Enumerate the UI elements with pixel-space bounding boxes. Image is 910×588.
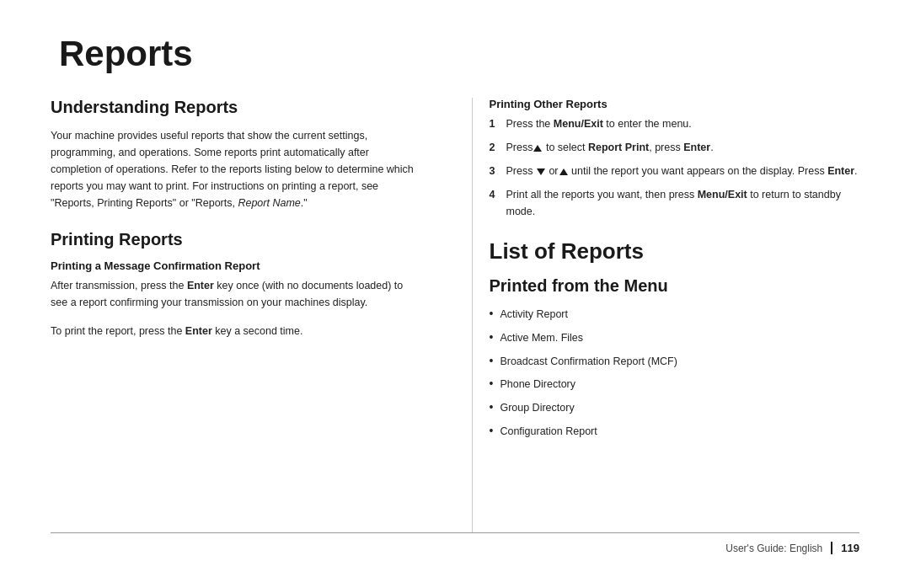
page-container: Reports Understanding Reports Your machi… — [0, 0, 910, 588]
step-4-num: 4 — [490, 186, 506, 220]
step-3: 3 Press or until the report you want app… — [490, 163, 860, 179]
step-3-content: Press or until the report you want appea… — [506, 163, 860, 179]
other-reports-subheading: Printing Other Reports — [490, 98, 860, 110]
confirmation-body-2: To print the report, press the Enter key… — [51, 323, 421, 339]
printing-section: Printing Reports Printing a Message Conf… — [51, 230, 421, 339]
page-footer: User's Guide: English 119 — [51, 532, 859, 554]
left-column: Understanding Reports Your machine provi… — [51, 98, 438, 532]
understanding-heading: Understanding Reports — [51, 98, 421, 117]
printing-heading: Printing Reports — [51, 230, 421, 249]
understanding-section: Understanding Reports Your machine provi… — [51, 98, 421, 211]
bullet-broadcast-confirmation: Broadcast Confirmation Report (MCF) — [490, 351, 860, 372]
other-reports-section: Printing Other Reports 1 Press the Menu/… — [490, 98, 860, 220]
step-3-num: 3 — [490, 163, 506, 179]
reports-bullet-list: Activity Report Active Mem. Files Broadc… — [490, 304, 860, 441]
two-column-layout: Understanding Reports Your machine provi… — [51, 98, 859, 532]
bullet-group-directory: Group Directory — [490, 398, 860, 418]
page-title: Reports — [51, 34, 859, 74]
right-column: Printing Other Reports 1 Press the Menu/… — [472, 98, 860, 532]
up-arrow-icon-2 — [559, 168, 568, 175]
bullet-activity-report: Activity Report — [490, 304, 860, 324]
step-2: 2 Press to select Report Print, press En… — [490, 139, 860, 156]
bullet-active-mem: Active Mem. Files — [490, 328, 860, 348]
confirmation-body-1: After transmission, press the Enter key … — [51, 277, 421, 311]
bullet-configuration-report: Configuration Report — [490, 421, 860, 441]
list-of-reports-section: List of Reports Printed from the Menu Ac… — [490, 238, 860, 441]
steps-list: 1 Press the Menu/Exit to enter the menu.… — [490, 115, 860, 220]
step-1-content: Press the Menu/Exit to enter the menu. — [506, 115, 860, 132]
step-2-content: Press to select Report Print, press Ente… — [506, 139, 860, 156]
step-1: 1 Press the Menu/Exit to enter the menu. — [490, 115, 860, 132]
footer-page-number: 119 — [831, 542, 859, 554]
down-arrow-icon — [537, 168, 545, 175]
list-of-reports-heading: List of Reports — [490, 238, 860, 265]
step-4: 4 Print all the reports you want, then p… — [490, 186, 860, 220]
footer-guide-text: User's Guide: English — [725, 543, 822, 554]
confirmation-subheading: Printing a Message Confirmation Report — [51, 259, 421, 272]
step-4-content: Print all the reports you want, then pre… — [506, 186, 860, 220]
bullet-phone-directory: Phone Directory — [490, 374, 860, 394]
understanding-body: Your machine provides useful reports tha… — [51, 127, 421, 211]
step-1-num: 1 — [490, 115, 506, 132]
up-arrow-icon — [533, 145, 542, 152]
printed-from-menu-heading: Printed from the Menu — [490, 276, 860, 296]
step-2-num: 2 — [490, 139, 506, 156]
